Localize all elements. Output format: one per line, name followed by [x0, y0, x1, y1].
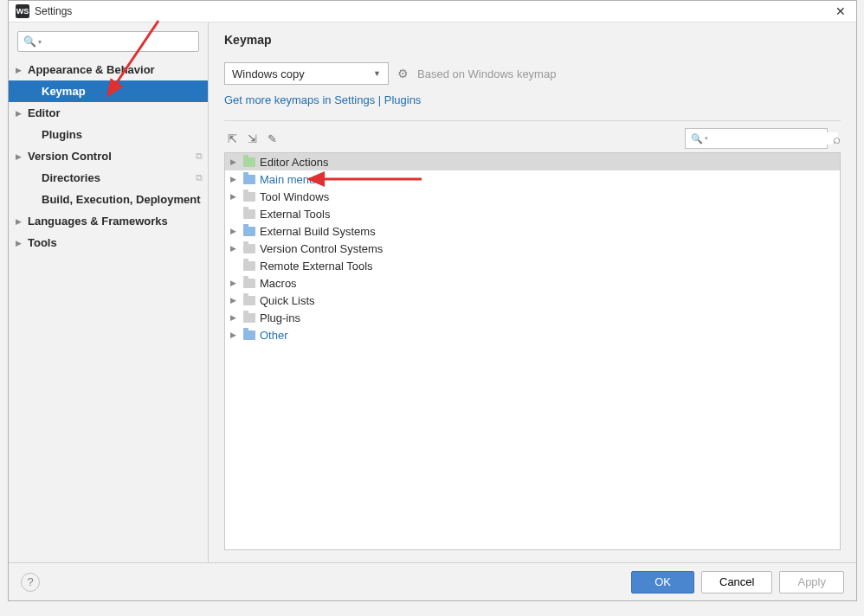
action-tree-item[interactable]: ▶External Build Systems: [225, 222, 840, 240]
folder-icon: [242, 225, 256, 237]
project-icon: ⧉: [196, 151, 203, 162]
action-tree-item[interactable]: ▶Quick Lists: [225, 292, 840, 309]
actions-tree: ▶Editor Actions▶Main menu▶Tool Windows▶E…: [224, 152, 841, 550]
sidebar-item-label: Directories: [42, 171, 196, 184]
settings-dialog: WS Settings ✕ 🔍▾ ▶Appearance & BehaviorK…: [8, 0, 857, 601]
chevron-right-icon: ▶: [230, 313, 242, 322]
project-icon: ⧉: [196, 172, 203, 183]
chevron-right-icon: ▶: [230, 192, 242, 201]
page-title: Keymap: [224, 33, 841, 47]
action-tree-item[interactable]: ▶Other: [225, 326, 840, 343]
action-label: Main menu: [260, 173, 315, 186]
chevron-right-icon: ▶: [230, 157, 242, 166]
sidebar-item[interactable]: Build, Execution, Deployment: [9, 189, 208, 210]
action-tree-item[interactable]: ▶Tool Windows: [225, 188, 840, 205]
action-label: Quick Lists: [260, 294, 315, 307]
dialog-body: 🔍▾ ▶Appearance & BehaviorKeymap▶EditorPl…: [9, 22, 856, 562]
actions-toolbar: ⇱ ⇲ ✎ 🔍▾ ⌕: [224, 120, 841, 149]
action-tree-item[interactable]: ▶Main menu: [225, 170, 840, 188]
sidebar-item[interactable]: ▶Editor: [9, 102, 208, 124]
action-tree-item[interactable]: ▶Plug-ins: [225, 309, 840, 326]
chevron-right-icon: ▶: [230, 244, 242, 253]
sidebar-item[interactable]: ▶Tools: [9, 232, 208, 253]
chevron-right-icon: ▶: [230, 227, 242, 235]
app-icon: WS: [16, 4, 29, 18]
close-icon[interactable]: ✕: [832, 4, 849, 18]
chevron-right-icon: ▶: [16, 217, 28, 226]
sidebar-item[interactable]: ▶Version Control⧉: [9, 145, 208, 167]
sidebar-item-label: Appearance & Behavior: [28, 63, 203, 76]
apply-button[interactable]: Apply: [779, 571, 844, 594]
chevron-right-icon: ▶: [16, 152, 28, 161]
chevron-right-icon: ▶: [230, 330, 242, 339]
folder-icon: [242, 190, 256, 202]
sidebar: 🔍▾ ▶Appearance & BehaviorKeymap▶EditorPl…: [9, 22, 209, 562]
dialog-footer: ? OK Cancel Apply: [9, 562, 856, 600]
based-on-label: Based on Windows keymap: [417, 67, 556, 80]
get-more-keymaps-link[interactable]: Get more keymaps in Settings | Plugins: [224, 93, 841, 106]
sidebar-item-label: Version Control: [28, 150, 196, 163]
action-label: Macros: [260, 277, 297, 290]
folder-icon: [242, 173, 256, 185]
chevron-down-icon: ▼: [373, 69, 381, 78]
chevron-right-icon: ▶: [230, 296, 242, 305]
scheme-row: Windows copy ▼ ⚙ Based on Windows keymap: [224, 62, 841, 85]
sidebar-item-label: Editor: [28, 106, 203, 119]
sidebar-item-label: Plugins: [42, 128, 203, 141]
chevron-right-icon: ▶: [16, 239, 28, 247]
action-label: Version Control Systems: [260, 242, 383, 255]
main-panel: Keymap Windows copy ▼ ⚙ Based on Windows…: [209, 22, 856, 562]
action-tree-item[interactable]: ▶Version Control Systems: [225, 240, 840, 257]
chevron-right-icon: ▶: [230, 175, 242, 183]
sidebar-item-label: Tools: [28, 236, 203, 249]
action-search[interactable]: 🔍▾: [685, 128, 828, 149]
folder-icon: [242, 294, 256, 306]
action-label: Tool Windows: [260, 190, 329, 203]
folder-icon: [242, 260, 256, 272]
sidebar-item-label: Build, Execution, Deployment: [42, 193, 203, 206]
action-search-input[interactable]: [708, 132, 838, 144]
sidebar-item[interactable]: ▶Appearance & Behavior: [9, 59, 208, 80]
window-title: Settings: [35, 5, 832, 17]
sidebar-item-label: Keymap: [42, 85, 203, 98]
action-label: External Tools: [260, 208, 330, 221]
action-label: External Build Systems: [260, 225, 376, 238]
keymap-scheme-select[interactable]: Windows copy ▼: [224, 62, 389, 85]
action-label: Remote External Tools: [260, 260, 373, 273]
action-label: Editor Actions: [260, 156, 329, 169]
collapse-all-icon[interactable]: ⇲: [248, 132, 257, 145]
search-icon: 🔍: [23, 35, 36, 48]
action-tree-item[interactable]: ▶External Tools: [225, 205, 840, 222]
action-tree-item[interactable]: ▶Remote External Tools: [225, 257, 840, 274]
ok-button[interactable]: OK: [631, 571, 694, 594]
folder-icon: [242, 277, 256, 289]
help-button[interactable]: ?: [21, 573, 40, 592]
chevron-right-icon: ▶: [16, 109, 28, 118]
sidebar-item[interactable]: ▶Languages & Frameworks: [9, 210, 208, 232]
chevron-right-icon: ▶: [230, 279, 242, 287]
folder-icon: [242, 242, 256, 254]
action-label: Other: [260, 329, 288, 342]
expand-all-icon[interactable]: ⇱: [228, 132, 237, 145]
chevron-right-icon: ▶: [16, 66, 28, 74]
folder-icon: [242, 156, 256, 168]
action-tree-item[interactable]: ▶Macros: [225, 274, 840, 292]
action-label: Plug-ins: [260, 311, 300, 324]
find-by-shortcut-icon[interactable]: ⌕: [833, 132, 841, 146]
folder-icon: [242, 311, 256, 324]
cancel-button[interactable]: Cancel: [701, 571, 772, 594]
folder-icon: [242, 208, 256, 220]
search-input[interactable]: [42, 35, 193, 48]
settings-search[interactable]: 🔍▾: [17, 31, 199, 52]
folder-icon: [242, 329, 256, 341]
gear-icon[interactable]: ⚙: [397, 67, 409, 80]
scheme-value: Windows copy: [232, 67, 305, 80]
sidebar-item[interactable]: Plugins: [9, 124, 208, 145]
edit-icon[interactable]: ✎: [268, 132, 277, 145]
search-icon: 🔍: [691, 133, 703, 144]
sidebar-item[interactable]: Keymap: [9, 80, 208, 102]
sidebar-item[interactable]: Directories⧉: [9, 167, 208, 189]
action-tree-item[interactable]: ▶Editor Actions: [225, 153, 840, 170]
sidebar-item-label: Languages & Frameworks: [28, 215, 203, 228]
settings-tree: ▶Appearance & BehaviorKeymap▶EditorPlugi…: [9, 57, 208, 562]
